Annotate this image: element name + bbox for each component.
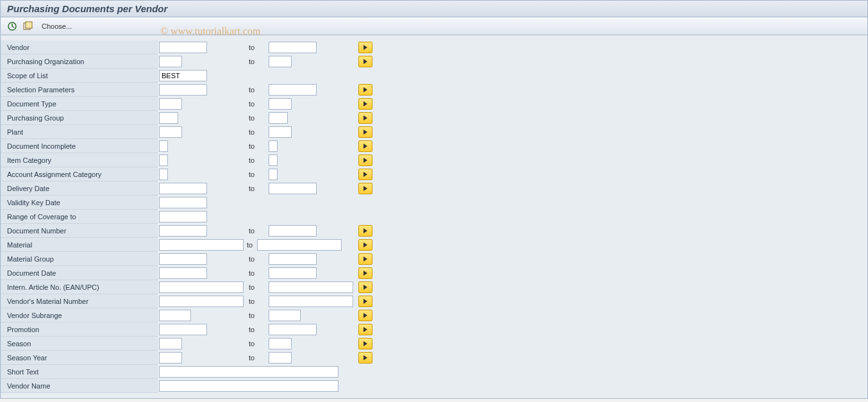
input-ean-upc-from[interactable] xyxy=(159,281,244,293)
multi-select-ean-upc[interactable] xyxy=(358,281,372,293)
multi-select-promotion[interactable] xyxy=(358,324,372,335)
input-scope-list-from[interactable] xyxy=(159,70,207,81)
multi-select-doc-date[interactable] xyxy=(358,267,372,279)
multi-select-vendor[interactable] xyxy=(358,42,372,53)
to-label-delivery-date: to xyxy=(249,185,268,192)
multi-select-doc-type[interactable] xyxy=(358,98,372,110)
input-material-group-from[interactable] xyxy=(159,253,207,265)
input-doc-incomplete-from[interactable] xyxy=(159,140,168,152)
input-range-coverage-from[interactable] xyxy=(159,211,207,222)
multi-select-material-group[interactable] xyxy=(358,253,372,265)
label-plant: Plant xyxy=(1,125,158,139)
multi-select-vendor-mat-no[interactable] xyxy=(358,296,372,307)
toolbar: Choose... xyxy=(0,17,868,35)
variant-icon[interactable] xyxy=(22,21,33,31)
input-item-cat-from[interactable] xyxy=(159,155,168,166)
input-ean-upc-to[interactable] xyxy=(269,281,353,293)
input-short-text-from[interactable] xyxy=(159,366,338,378)
input-promotion-from[interactable] xyxy=(159,324,207,335)
multi-select-vendor-subrange[interactable] xyxy=(358,310,372,321)
arrow-right-icon xyxy=(363,299,367,304)
input-purch-group-from[interactable] xyxy=(159,112,178,124)
to-label-purch-org: to xyxy=(249,58,268,65)
choose-button[interactable]: Choose... xyxy=(38,21,76,31)
form-row-plant: Plantto xyxy=(1,125,867,139)
multi-select-item-cat[interactable] xyxy=(358,155,372,166)
arrow-right-icon xyxy=(363,355,367,360)
input-promotion-to[interactable] xyxy=(269,324,317,335)
label-vendor-mat-no: Vendor's Material Number xyxy=(1,294,158,308)
input-doc-type-to[interactable] xyxy=(269,98,292,110)
label-doc-date: Document Date xyxy=(1,266,158,280)
input-sel-params-to[interactable] xyxy=(269,84,317,96)
arrow-right-icon xyxy=(363,256,367,262)
to-label-promotion: to xyxy=(249,326,268,333)
form-row-scope-list: Scope of List xyxy=(1,69,867,83)
input-material-to[interactable] xyxy=(257,239,342,251)
form-row-season-year: Season Yearto xyxy=(1,351,867,365)
label-season-year: Season Year xyxy=(1,351,158,365)
input-plant-from[interactable] xyxy=(159,126,182,138)
multi-select-doc-incomplete[interactable] xyxy=(358,140,372,152)
arrow-right-icon xyxy=(363,87,367,92)
arrow-right-icon xyxy=(363,341,367,346)
input-doc-date-from[interactable] xyxy=(159,267,207,279)
input-plant-to[interactable] xyxy=(269,126,292,138)
input-sel-params-from[interactable] xyxy=(159,84,207,96)
input-delivery-date-from[interactable] xyxy=(159,183,207,194)
form-row-promotion: Promotionto xyxy=(1,322,867,337)
input-doc-date-to[interactable] xyxy=(269,267,317,279)
input-vendor-name-from[interactable] xyxy=(159,380,338,392)
input-season-from[interactable] xyxy=(159,338,182,349)
label-doc-incomplete: Document Incomplete xyxy=(1,139,158,153)
input-season-year-from[interactable] xyxy=(159,352,182,364)
input-vendor-subrange-from[interactable] xyxy=(159,310,191,321)
input-doc-type-from[interactable] xyxy=(159,98,182,110)
input-season-to[interactable] xyxy=(269,338,292,349)
multi-select-purch-org[interactable] xyxy=(358,56,372,67)
multi-select-doc-number[interactable] xyxy=(358,225,372,237)
input-purch-org-to[interactable] xyxy=(269,56,292,67)
arrow-right-icon xyxy=(363,144,367,149)
input-validity-key-from[interactable] xyxy=(159,197,207,208)
label-ean-upc: Intern. Article No. (EAN/UPC) xyxy=(1,280,158,294)
input-doc-incomplete-to[interactable] xyxy=(269,140,278,152)
input-doc-number-from[interactable] xyxy=(159,225,207,237)
to-label-plant: to xyxy=(249,128,268,136)
arrow-right-icon xyxy=(363,285,367,290)
multi-select-sel-params[interactable] xyxy=(358,84,372,96)
input-material-from[interactable] xyxy=(159,239,244,251)
input-delivery-date-to[interactable] xyxy=(269,183,317,194)
input-acct-assign-from[interactable] xyxy=(159,169,168,180)
form-row-material-group: Material Groupto xyxy=(1,252,867,266)
to-label-vendor-subrange: to xyxy=(249,312,268,319)
input-doc-number-to[interactable] xyxy=(269,225,317,237)
multi-select-season-year[interactable] xyxy=(358,352,372,364)
input-vendor-from[interactable] xyxy=(159,42,207,53)
input-vendor-subrange-to[interactable] xyxy=(269,310,301,321)
multi-select-material[interactable] xyxy=(358,239,372,251)
multi-select-season[interactable] xyxy=(358,338,372,349)
page-title: Purchasing Documents per Vendor xyxy=(0,0,868,17)
input-vendor-mat-no-to[interactable] xyxy=(269,296,353,307)
input-purch-org-from[interactable] xyxy=(159,56,182,67)
input-acct-assign-to[interactable] xyxy=(269,169,278,180)
multi-select-delivery-date[interactable] xyxy=(358,183,372,194)
input-season-year-to[interactable] xyxy=(269,352,292,364)
form-row-vendor: Vendorto xyxy=(1,40,867,54)
multi-select-purch-group[interactable] xyxy=(358,112,372,124)
input-material-group-to[interactable] xyxy=(269,253,317,265)
input-vendor-mat-no-from[interactable] xyxy=(159,296,244,307)
form-row-doc-incomplete: Document Incompleteto xyxy=(1,139,867,153)
label-acct-assign: Account Assignment Category xyxy=(1,167,158,181)
arrow-right-icon xyxy=(363,45,367,50)
input-vendor-to[interactable] xyxy=(269,42,317,53)
input-purch-group-to[interactable] xyxy=(269,112,288,124)
input-item-cat-to[interactable] xyxy=(269,155,278,166)
arrow-right-icon xyxy=(363,313,367,318)
label-purch-group: Purchasing Group xyxy=(1,111,158,125)
form-row-delivery-date: Delivery Dateto xyxy=(1,181,867,196)
multi-select-plant[interactable] xyxy=(358,126,372,138)
execute-icon[interactable] xyxy=(7,21,17,31)
multi-select-acct-assign[interactable] xyxy=(358,169,372,180)
